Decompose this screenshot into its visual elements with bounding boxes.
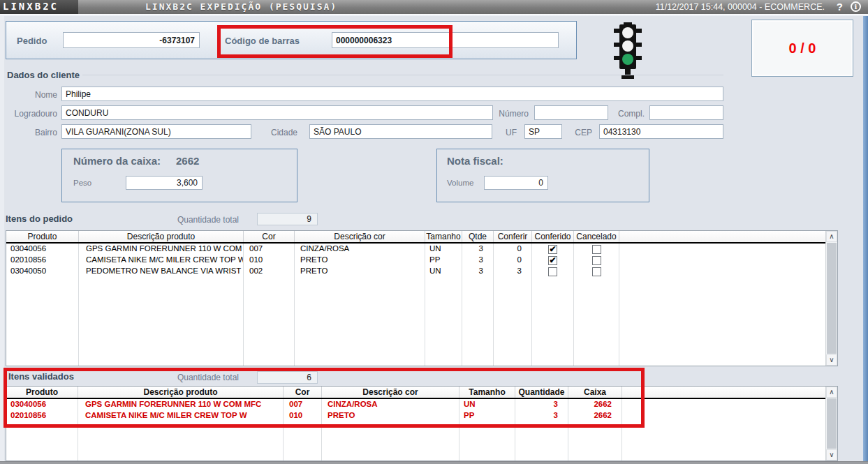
validated-items-table: Produto Descrição produto Cor Descrição … — [6, 386, 838, 461]
counter-box: 0 / 0 — [751, 20, 853, 77]
window-bottom-edge — [0, 461, 868, 464]
col-descricao-produto[interactable]: Descrição produto — [79, 231, 244, 242]
qty-total-field-pedido: 9 — [257, 213, 318, 225]
cancelado-checkbox[interactable] — [592, 256, 601, 265]
validated-item-row[interactable]: 03040056 GPS GARMIN FORERUNNER 110 W COM… — [6, 399, 825, 410]
barcode-input[interactable] — [332, 32, 559, 48]
order-items-scrollbar[interactable]: ∧ ∨ — [825, 231, 837, 366]
col-caixa[interactable]: Caixa — [568, 387, 622, 398]
nota-fiscal-title: Nota fiscal: — [447, 155, 503, 167]
section-itens-validados: Itens validados — [8, 371, 74, 382]
window-right-edge — [863, 16, 868, 461]
scroll-thumb[interactable] — [827, 243, 837, 354]
logradouro-label: Logradouro — [6, 109, 57, 119]
col-conferir[interactable]: Conferir — [494, 231, 532, 242]
col-cor[interactable]: Cor — [244, 231, 295, 242]
cancelado-checkbox[interactable] — [592, 267, 601, 276]
validated-items-header: Produto Descrição produto Cor Descrição … — [6, 387, 825, 399]
session-status: 11/12/2017 15:44, 000004 - ECOMMERCE. — [656, 0, 825, 14]
section-itens-pedido: Itens do pedido — [6, 214, 73, 224]
col-descricao-cor[interactable]: Descrição cor — [322, 387, 459, 398]
scroll-down-button[interactable]: ∨ — [826, 354, 837, 366]
uf-label: UF — [497, 128, 517, 137]
numero-label: Número — [489, 109, 529, 119]
cidade-input[interactable] — [309, 124, 492, 139]
nome-input[interactable] — [61, 87, 723, 101]
traffic-light-icon — [612, 22, 644, 80]
uf-input[interactable] — [524, 124, 562, 139]
info-icon[interactable]: i — [851, 1, 861, 12]
cep-label: CEP — [563, 128, 592, 137]
section-divider — [82, 75, 723, 75]
col-tamanho[interactable]: Tamanho — [425, 231, 462, 242]
cep-input[interactable] — [599, 124, 723, 139]
section-dados-cliente: Dados do cliente — [7, 70, 80, 80]
col-cor[interactable]: Cor — [284, 387, 322, 398]
scroll-thumb[interactable] — [827, 398, 837, 449]
caixa-title: Número da caixa: — [73, 155, 161, 167]
scroll-down-button[interactable]: ∨ — [826, 449, 837, 461]
titlebar-divider — [0, 14, 868, 16]
validated-item-row[interactable]: 02010856 CAMISETA NIKE M/C MILER CREW TO… — [6, 410, 825, 421]
window-left-edge — [0, 16, 4, 461]
cancelado-checkbox[interactable] — [592, 245, 601, 254]
order-item-row[interactable]: 03040056 GPS GARMIN FORERUNNER 110 W COM… — [6, 244, 825, 255]
title-bar: LinxB2C LinxB2C Expedição (Pesquisa) 11/… — [0, 0, 868, 14]
volume-input[interactable] — [484, 176, 548, 190]
pedido-label: Pedido — [17, 36, 47, 46]
col-produto[interactable]: Produto — [6, 231, 79, 242]
validated-items-scrollbar[interactable]: ∧ ∨ — [825, 387, 837, 461]
col-qtde[interactable]: Qtde — [462, 231, 494, 242]
col-cancelado[interactable]: Cancelado — [574, 231, 619, 242]
volume-label: Volume — [447, 179, 473, 187]
nome-label: Nome — [14, 90, 57, 100]
order-item-row[interactable]: 02010856 CAMISETA NIKE M/C MILER CREW TO… — [6, 255, 825, 266]
qty-total-field-validados: 6 — [257, 371, 318, 384]
col-descricao-cor[interactable]: Descrição cor — [295, 231, 425, 242]
logradouro-input[interactable] — [61, 105, 493, 120]
bairro-input[interactable] — [61, 124, 251, 139]
peso-label: Peso — [73, 179, 91, 187]
help-icon[interactable]: ? — [837, 0, 843, 14]
compl-input[interactable] — [649, 105, 723, 120]
cidade-label: Cidade — [263, 128, 297, 137]
conferido-checkbox[interactable] — [548, 267, 557, 276]
pedido-input[interactable] — [63, 32, 200, 48]
bairro-label: Bairro — [14, 128, 57, 137]
counter-value: 0 / 0 — [789, 40, 816, 57]
conferido-checkbox[interactable]: ✔ — [548, 245, 557, 254]
qty-total-label-pedido: Quantidade total — [161, 215, 239, 225]
scroll-up-button[interactable]: ∧ — [826, 387, 837, 398]
qty-total-label-validados: Quantidade total — [161, 373, 239, 382]
window-title: LinxB2C Expedição (Pesquisa) — [145, 0, 337, 14]
col-quantidade[interactable]: Quantidade — [515, 387, 568, 398]
compl-label: Compl. — [606, 109, 645, 119]
col-produto[interactable]: Produto — [6, 387, 78, 398]
peso-input[interactable] — [126, 176, 203, 190]
col-conferido[interactable]: Conferido — [532, 231, 574, 242]
caixa-number: 2662 — [176, 155, 199, 167]
order-items-table: Produto Descrição produto Cor Descrição … — [6, 230, 838, 366]
order-items-header: Produto Descrição produto Cor Descrição … — [6, 231, 825, 244]
col-descricao-produto[interactable]: Descrição produto — [78, 387, 284, 398]
numero-input[interactable] — [534, 105, 608, 120]
conferido-checkbox[interactable]: ✔ — [548, 256, 557, 265]
app-logo: LinxB2C — [0, 0, 78, 14]
barcode-label: Código de barras — [225, 36, 300, 46]
scroll-up-button[interactable]: ∧ — [826, 231, 837, 242]
order-item-row[interactable]: 03040050 PEDOMETRO NEW BALANCE VIA WRIST… — [6, 266, 825, 277]
col-tamanho[interactable]: Tamanho — [459, 387, 515, 398]
